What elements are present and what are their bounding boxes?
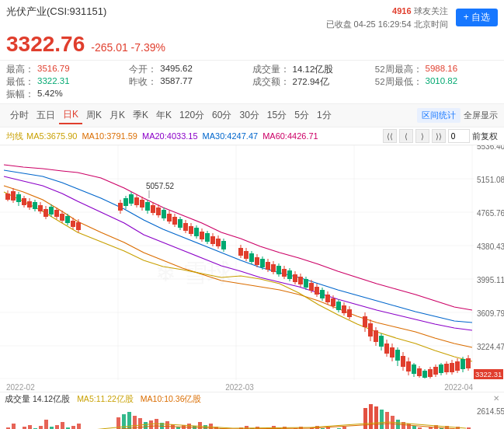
volume-chart-label: 成交量 14.12亿股 MA5:11.22亿股 MA10:10.36亿股 [5,394,201,405]
y-label-4: 4380.43 [477,242,504,251]
svg-rect-220 [363,408,367,429]
svg-rect-192 [187,424,191,429]
ma60-value: MA60:4426.71 [262,131,318,141]
svg-rect-58 [162,210,166,218]
volume-close-button[interactable]: ✕ [493,394,499,403]
svg-rect-195 [203,425,207,429]
x-date-2: 2022-03 [225,383,254,392]
svg-rect-22 [27,201,32,208]
volume-chart-container: 成交量 14.12亿股 MA5:11.22亿股 MA10:10.36亿股 ✕ [0,392,504,429]
svg-rect-182 [133,416,137,429]
svg-rect-223 [380,410,384,429]
stat-52low: 52周最低： 3010.82 [375,76,498,88]
tab-ri-k[interactable]: 日K [59,106,82,124]
nav-next-next-button[interactable]: ⟩⟩ [432,129,446,143]
svg-rect-144 [417,368,422,376]
svg-rect-24 [33,202,37,209]
svg-rect-50 [140,200,144,208]
svg-rect-174 [55,425,59,429]
svg-rect-26 [38,205,43,211]
svg-rect-54 [151,205,155,213]
nav-next-button[interactable]: ⟩ [415,129,429,143]
svg-rect-68 [189,226,193,234]
y-label-3: 4765.76 [477,209,504,218]
svg-rect-86 [249,253,254,262]
svg-rect-134 [390,347,395,358]
svg-rect-175 [61,422,64,429]
svg-rect-177 [71,426,75,429]
meta-info: 4916 球友关注 已收盘 04-25 16:29:54 北京时间 [326,5,448,30]
main-chart-container: ❄ 雪球 [0,145,504,382]
stat-52high: 52周最高： 5988.16 [375,64,498,75]
svg-rect-112 [320,290,325,298]
tab-fen-shi[interactable]: 分时 [6,107,33,124]
tab-zhou-k[interactable]: 周K [82,107,106,124]
volume-bars [6,404,471,429]
ma20-value: MA20:4033.15 [142,131,198,141]
svg-rect-94 [271,264,276,272]
tab-ji-k[interactable]: 季K [129,107,152,124]
nav-input[interactable] [448,129,470,143]
fq-label: 前复权 [472,131,498,142]
vol-y-label-1: 2614.55万 [477,407,504,416]
fullscreen-button[interactable]: 全屏显示 [464,110,498,121]
svg-rect-34 [60,214,64,221]
svg-rect-88 [255,257,259,265]
tab-60[interactable]: 60分 [208,107,235,124]
svg-rect-178 [77,424,81,429]
peak-label: 5057.52 [146,182,175,190]
svg-rect-142 [412,364,416,374]
chart-toolbar: 分时 五日 日K 周K 月K 季K 年K 120分 60分 30分 15分 5分… [0,104,504,127]
y-label-1: 5536.40 [477,145,504,151]
svg-rect-122 [347,309,352,317]
tab-5[interactable]: 5分 [290,107,313,124]
nav-prev-prev-button[interactable]: ⟨⟨ [383,129,397,143]
svg-rect-124 [363,316,367,327]
svg-rect-156 [450,363,454,372]
tab-yue-k[interactable]: 月K [106,107,129,124]
current-price-tag: 3322.31 [475,370,502,378]
svg-rect-221 [369,404,373,429]
svg-rect-126 [368,323,373,337]
svg-rect-106 [304,279,308,288]
svg-rect-148 [428,369,433,377]
svg-rect-136 [395,350,400,361]
svg-rect-16 [11,191,16,201]
svg-rect-100 [287,270,292,279]
svg-rect-84 [244,251,249,259]
add-watchlist-button[interactable]: + 自选 [456,9,498,26]
svg-rect-52 [145,202,150,211]
nav-prev-button[interactable]: ⟨ [399,129,413,143]
svg-rect-114 [325,295,330,302]
stats-grid: 最高： 3516.79 今开： 3495.62 成交量： 14.12亿股 52周… [0,61,504,104]
svg-rect-64 [178,219,182,228]
svg-rect-185 [149,420,153,429]
svg-rect-56 [156,208,161,215]
y-label-5: 3995.11 [477,276,504,284]
tab-30[interactable]: 30分 [235,107,262,124]
stock-title: 光伏产业(CSI:931151) [6,5,106,17]
svg-rect-30 [49,207,54,214]
volume-ma10: MA10:10.36亿股 [141,394,202,403]
x-date-1: 2022-02 [6,383,35,392]
header: 光伏产业(CSI:931151) 4916 球友关注 已收盘 04-25 16:… [0,0,504,61]
svg-rect-228 [407,424,411,429]
ma10-value: MA10:3791.59 [82,131,137,141]
svg-rect-70 [194,228,199,236]
ma-indicator-bar: 均线 MA5:3675.90 MA10:3791.59 MA20:4033.15… [0,127,504,145]
svg-rect-62 [172,217,177,225]
svg-rect-60 [167,214,172,221]
tab-wu-ri[interactable]: 五日 [33,107,59,124]
current-price: 3322.76 [6,32,85,57]
interval-stats-button[interactable]: 区间统计 [417,108,461,123]
svg-rect-108 [309,283,314,291]
svg-rect-132 [384,344,389,354]
stat-open: 今开： 3495.62 [129,64,252,75]
svg-rect-78 [216,239,221,246]
tab-1[interactable]: 1分 [313,107,335,124]
tab-15[interactable]: 15分 [263,107,290,124]
tab-120[interactable]: 120分 [176,107,208,124]
svg-rect-76 [210,236,215,244]
tab-nian-k[interactable]: 年K [152,107,176,124]
svg-rect-224 [385,412,389,429]
